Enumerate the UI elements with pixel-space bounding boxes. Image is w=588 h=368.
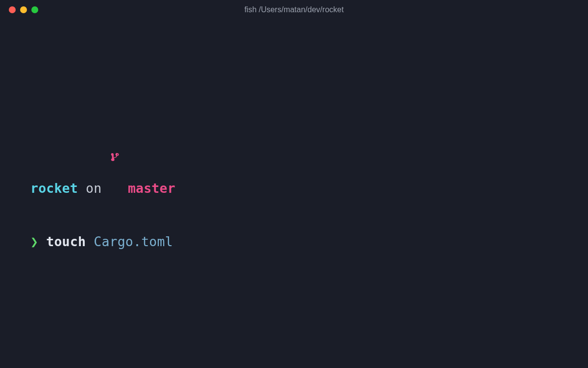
window-title: fish /Users/matan/dev/rocket — [0, 5, 588, 14]
blank-line — [30, 287, 564, 304]
command-bin: touch — [46, 234, 86, 249]
zoom-icon[interactable] — [31, 6, 38, 13]
prompt-line: rocket on master — [30, 120, 564, 198]
on-text: on — [78, 181, 110, 196]
command-args: Cargo.toml — [86, 234, 173, 249]
window-titlebar: fish /Users/matan/dev/rocket — [0, 0, 588, 20]
close-icon[interactable] — [9, 6, 16, 13]
terminal-body[interactable]: rocket on master ❯ touch Cargo.toml rock… — [0, 20, 588, 368]
prompt-symbol: ❯ — [30, 234, 46, 249]
branch-name: master — [120, 181, 175, 196]
git-branch-icon — [110, 120, 120, 194]
traffic-lights — [9, 6, 38, 13]
cwd: rocket — [30, 181, 78, 196]
command-line: ❯ touch Cargo.toml — [30, 233, 564, 251]
minimize-icon[interactable] — [20, 6, 27, 13]
